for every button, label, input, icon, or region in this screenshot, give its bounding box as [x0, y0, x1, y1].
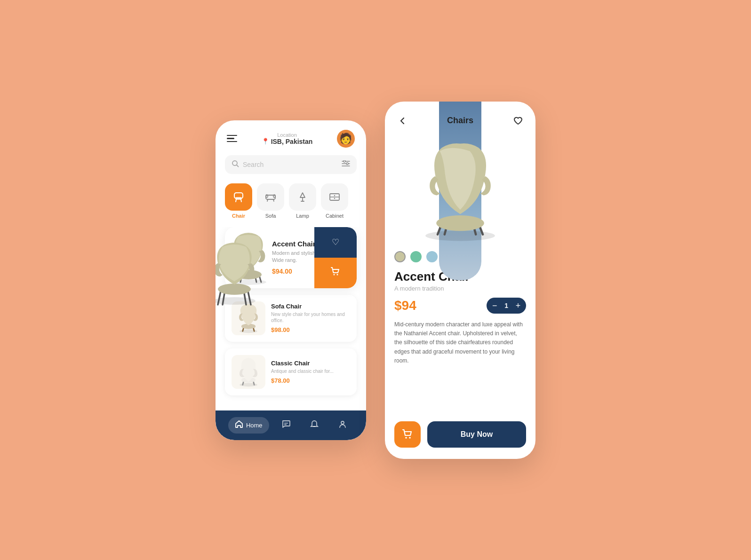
nav-home[interactable]: Home [228, 417, 269, 434]
category-chair[interactable]: Chair [225, 183, 252, 219]
phones-container: Location 📍 ISB, Pakistan 🧑 Search [216, 102, 535, 459]
category-lamp-label: Lamp [296, 213, 309, 219]
back-button[interactable] [394, 113, 410, 129]
profile-icon [338, 420, 347, 431]
categories-row: Chair Sofa [216, 183, 366, 219]
category-lamp-icon [289, 183, 316, 211]
price-quantity-row: $94 − 1 + [394, 298, 526, 314]
right-product-subtitle: A modern tradition [394, 285, 526, 292]
svg-point-5 [218, 284, 251, 295]
location-name: 📍 ISB, Pakistan [262, 138, 313, 145]
phone-left: Location 📍 ISB, Pakistan 🧑 Search [216, 120, 366, 440]
right-phone-title: Chairs [447, 116, 473, 126]
avatar-image: 🧑 [339, 133, 352, 145]
classic-chair-image [232, 355, 265, 389]
search-bar[interactable]: Search [225, 155, 357, 174]
svg-point-27 [334, 197, 335, 198]
color-swatch-beige[interactable] [394, 251, 406, 262]
quantity-decrease-button[interactable]: − [487, 298, 503, 314]
location-label: Location [262, 132, 313, 138]
svg-point-26 [334, 195, 335, 196]
classic-chair-desc: Antique and classic chair for... [271, 368, 350, 374]
buy-now-button[interactable]: Buy Now [427, 421, 526, 448]
filter-icon[interactable] [342, 160, 350, 168]
wishlist-button[interactable] [510, 113, 526, 129]
sofa-chair-info: Sofa Chair New style chair for your home… [271, 303, 350, 333]
svg-point-9 [344, 160, 345, 162]
menu-button[interactable] [227, 135, 237, 142]
svg-point-47 [341, 421, 344, 424]
category-chair-icon [225, 183, 252, 211]
nav-home-label: Home [246, 422, 263, 429]
svg-point-53 [436, 215, 484, 230]
svg-line-7 [237, 165, 239, 167]
category-sofa-label: Sofa [265, 213, 276, 219]
chat-icon [282, 420, 290, 431]
location-block: Location 📍 ISB, Pakistan [262, 132, 313, 145]
add-to-cart-button[interactable] [394, 421, 421, 448]
svg-line-20 [267, 199, 268, 201]
product-card-classic-chair[interactable]: Classic Chair Antique and classic chair … [225, 348, 357, 395]
svg-line-15 [236, 199, 236, 202]
color-swatches [385, 251, 535, 270]
home-icon [235, 420, 243, 431]
bottom-navigation: Home [216, 410, 366, 440]
heart-icon: ♡ [332, 237, 339, 247]
phone-header: Location 📍 ISB, Pakistan 🧑 [216, 130, 366, 155]
nav-profile[interactable] [332, 417, 353, 434]
category-cabinet-label: Cabinet [326, 213, 344, 219]
classic-chair-price: $78.00 [271, 377, 350, 384]
right-phone-header: Chairs [385, 102, 535, 134]
category-cabinet[interactable]: Cabinet [321, 183, 348, 219]
buy-now-label: Buy Now [461, 430, 493, 439]
nav-notification[interactable] [304, 417, 325, 434]
classic-chair-title: Classic Chair [271, 360, 350, 367]
search-icon [232, 160, 239, 169]
sofa-chair-price: $98.00 [271, 326, 350, 333]
category-sofa-icon [257, 183, 284, 211]
right-product-image-area [385, 134, 535, 251]
color-swatch-green[interactable] [410, 251, 422, 262]
category-lamp[interactable]: Lamp [289, 183, 316, 219]
right-bottom-actions: Buy Now [385, 421, 535, 459]
right-product-details: Accent Chair A modern tradition $94 − 1 … [385, 270, 535, 421]
avatar[interactable]: 🧑 [337, 130, 355, 148]
right-product-price: $94 [394, 298, 416, 313]
svg-line-21 [273, 199, 274, 201]
floating-chair-image [216, 235, 272, 310]
svg-line-16 [241, 199, 241, 202]
quantity-increase-button[interactable]: + [510, 298, 526, 314]
category-cabinet-icon [321, 183, 348, 211]
right-product-description: Mid-century modern character and luxe ap… [394, 320, 526, 365]
cart-icon [330, 267, 341, 279]
classic-chair-info: Classic Chair Antique and classic chair … [271, 360, 350, 384]
nav-chat[interactable] [275, 417, 297, 434]
search-placeholder: Search [243, 161, 338, 168]
category-sofa[interactable]: Sofa [257, 183, 284, 219]
svg-point-34 [334, 274, 335, 275]
featured-wishlist-button[interactable]: ♡ [314, 227, 357, 258]
sofa-chair-title: Sofa Chair [271, 303, 350, 310]
svg-point-35 [337, 274, 338, 275]
svg-point-54 [405, 437, 407, 439]
bell-icon [310, 420, 319, 431]
quantity-control: − 1 + [487, 298, 526, 314]
color-swatch-blue[interactable] [426, 251, 438, 262]
quantity-value: 1 [503, 302, 510, 309]
svg-point-11 [346, 163, 348, 165]
featured-card-actions: ♡ [314, 227, 357, 288]
featured-cart-button[interactable] [314, 258, 357, 288]
svg-point-55 [409, 437, 411, 439]
category-chair-label: Chair [232, 213, 245, 219]
location-pin-icon: 📍 [262, 138, 269, 145]
sofa-chair-desc: New style chair for your homes and offic… [271, 311, 350, 323]
svg-point-48 [425, 230, 495, 241]
phone-right: Chairs [385, 102, 535, 459]
